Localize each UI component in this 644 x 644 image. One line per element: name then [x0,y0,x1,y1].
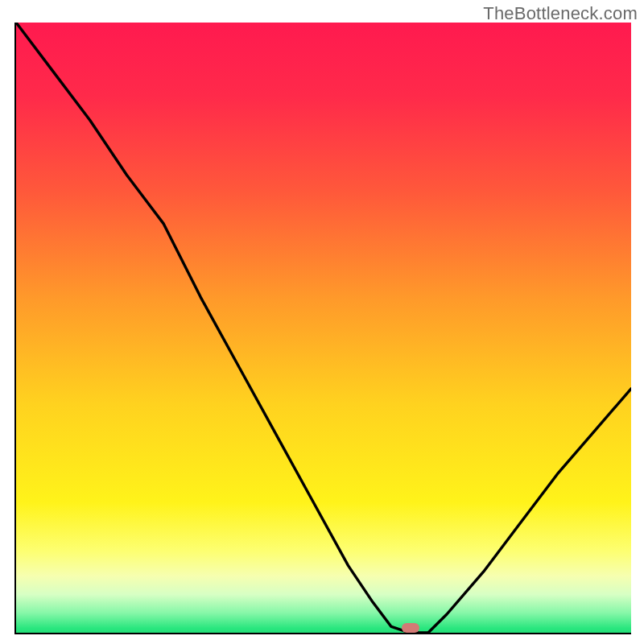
plot-area [14,23,631,634]
watermark-text: TheBottleneck.com [483,3,638,24]
optimal-point-marker [402,623,419,633]
chart-canvas: TheBottleneck.com [0,0,644,644]
bottleneck-curve [16,23,631,633]
